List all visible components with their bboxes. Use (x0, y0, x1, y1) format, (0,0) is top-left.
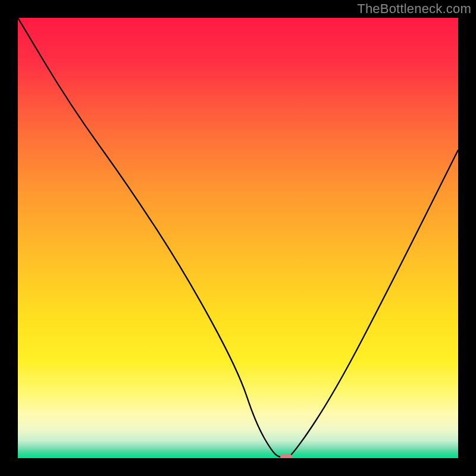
bottleneck-curve (18, 18, 458, 458)
watermark-label: TheBottleneck.com (357, 1, 471, 17)
plot-area (18, 18, 458, 458)
optimal-marker (280, 454, 292, 458)
chart-container: TheBottleneck.com (0, 0, 476, 476)
